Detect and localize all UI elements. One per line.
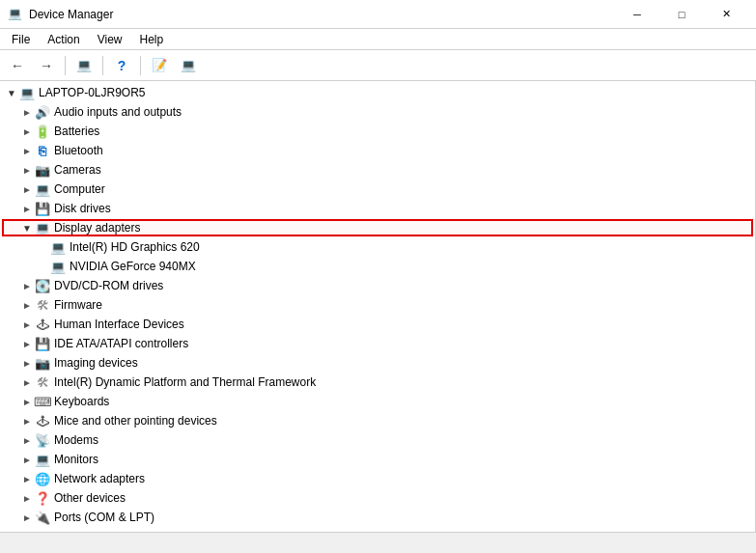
arrow-bluetooth: ►	[19, 143, 35, 158]
tree-item-firmware[interactable]: ► 🛠 Firmware	[0, 295, 755, 315]
label-cameras: Cameras	[54, 163, 101, 177]
arrow-ports: ►	[19, 510, 35, 525]
minimize-button[interactable]: ─	[615, 0, 659, 29]
disk-icon: 💾	[35, 201, 50, 216]
tree-item-bluetooth[interactable]: ► ⎘ Bluetooth	[0, 141, 755, 160]
arrow-network: ►	[19, 471, 35, 486]
label-monitors: Monitors	[54, 453, 98, 466]
arrow-imaging: ►	[19, 355, 35, 371]
tree-item-disk[interactable]: ► 💾 Disk drives	[0, 199, 755, 218]
computer-node-icon: 💻	[35, 181, 50, 197]
tree-item-dvd[interactable]: ► 💽 DVD/CD-ROM drives	[0, 276, 755, 295]
arrow-dvd: ►	[19, 278, 35, 293]
intel-hd-icon: 💻	[50, 239, 66, 255]
label-network: Network adapters	[54, 472, 145, 485]
cameras-icon: 📷	[35, 162, 50, 178]
tree-item-cameras[interactable]: ► 📷 Cameras	[0, 160, 755, 180]
toolbar-separator-3	[140, 56, 141, 75]
device-tree[interactable]: ▼ 💻 LAPTOP-0LJR9OR5 ► 🔊 Audio inputs and…	[0, 81, 756, 532]
arrow-modems: ►	[19, 432, 35, 448]
label-computer: Computer	[54, 182, 105, 196]
tree-item-ports[interactable]: ► 🔌 Ports (COM & LPT)	[0, 508, 755, 527]
label-batteries: Batteries	[54, 124, 99, 138]
modems-icon: 📡	[35, 432, 50, 448]
maximize-button[interactable]: □	[659, 0, 704, 29]
tree-item-network[interactable]: ► 🌐 Network adapters	[0, 469, 755, 488]
ports-icon: 🔌	[35, 510, 50, 525]
arrow-other: ►	[19, 490, 35, 506]
tree-item-other[interactable]: ► ❓ Other devices	[0, 488, 755, 508]
app-icon: 💻	[8, 7, 23, 22]
tree-item-audio[interactable]: ► 🔊 Audio inputs and outputs	[0, 102, 755, 122]
arrow-computer: ►	[19, 181, 35, 197]
label-dvd: DVD/CD-ROM drives	[54, 279, 163, 292]
root-arrow: ▼	[4, 85, 19, 100]
arrow-firmware: ►	[19, 297, 35, 313]
menu-action[interactable]: Action	[40, 31, 87, 48]
arrow-monitors: ►	[19, 452, 35, 467]
label-ide: IDE ATA/ATAPI controllers	[54, 337, 188, 350]
label-audio: Audio inputs and outputs	[54, 105, 182, 119]
monitor-button[interactable]: 💻	[175, 53, 202, 78]
network-icon: 🌐	[35, 471, 50, 486]
label-nvidia: NVIDIA GeForce 940MX	[70, 260, 196, 273]
tree-item-nvidia[interactable]: ► 💻 NVIDIA GeForce 940MX	[0, 257, 755, 276]
intel-platform-icon: 🛠	[35, 374, 50, 390]
label-ports: Ports (COM & LPT)	[54, 511, 154, 524]
tree-item-display[interactable]: ▼ 💻 Display adapters	[0, 218, 755, 237]
label-hid: Human Interface Devices	[54, 318, 184, 331]
display-icon: 💻	[35, 220, 50, 235]
arrow-hid: ►	[19, 317, 35, 332]
bluetooth-icon: ⎘	[35, 143, 50, 158]
dvd-icon: 💽	[35, 278, 50, 293]
monitors-icon: 💻	[35, 452, 50, 467]
computer-button[interactable]: 💻	[70, 53, 98, 78]
arrow-intel-platform: ►	[19, 374, 35, 390]
label-intel-platform: Intel(R) Dynamic Platform and Thermal Fr…	[54, 375, 316, 389]
tree-item-batteries[interactable]: ► 🔋 Batteries	[0, 122, 755, 141]
tree-item-ide[interactable]: ► 💾 IDE ATA/ATAPI controllers	[0, 334, 755, 353]
arrow-disk: ►	[19, 201, 35, 216]
label-mice: Mice and other pointing devices	[54, 414, 217, 428]
tree-item-computer[interactable]: ► 💻 Computer	[0, 180, 755, 199]
label-keyboards: Keyboards	[54, 395, 109, 408]
computer-icon: 💻	[19, 85, 35, 100]
menu-help[interactable]: Help	[132, 31, 172, 48]
properties-button[interactable]: 📝	[146, 53, 173, 78]
menu-view[interactable]: View	[90, 31, 130, 48]
label-bluetooth: Bluetooth	[54, 144, 103, 157]
tree-item-mice[interactable]: ► 🕹 Mice and other pointing devices	[0, 411, 755, 430]
tree-item-imaging[interactable]: ► 📷 Imaging devices	[0, 353, 755, 373]
arrow-cameras: ►	[19, 162, 35, 178]
forward-button[interactable]: →	[33, 53, 60, 78]
tree-item-intel-hd[interactable]: ► 💻 Intel(R) HD Graphics 620	[0, 237, 755, 257]
toolbar-separator-1	[65, 56, 66, 75]
tree-item-intel-platform[interactable]: ► 🛠 Intel(R) Dynamic Platform and Therma…	[0, 373, 755, 392]
back-button[interactable]: ←	[4, 53, 31, 78]
tree-item-modems[interactable]: ► 📡 Modems	[0, 430, 755, 450]
hid-icon: 🕹	[35, 317, 50, 332]
tree-item-monitors[interactable]: ► 💻 Monitors	[0, 450, 755, 469]
arrow-ide: ►	[19, 336, 35, 351]
toolbar: ← → 💻 ? 📝 💻	[0, 50, 756, 81]
arrow-audio: ►	[19, 104, 35, 120]
label-modems: Modems	[54, 433, 98, 447]
window-controls: ─ □ ✕	[615, 0, 748, 29]
label-imaging: Imaging devices	[54, 356, 138, 370]
menu-bar: File Action View Help	[0, 29, 756, 50]
arrow-batteries: ►	[19, 124, 35, 139]
tree-root[interactable]: ▼ 💻 LAPTOP-0LJR9OR5	[0, 83, 755, 102]
menu-file[interactable]: File	[4, 31, 38, 48]
tree-item-hid[interactable]: ► 🕹 Human Interface Devices	[0, 315, 755, 334]
arrow-display: ▼	[19, 220, 35, 235]
batteries-icon: 🔋	[35, 124, 50, 139]
label-other: Other devices	[54, 491, 126, 505]
mice-icon: 🕹	[35, 413, 50, 429]
root-label: LAPTOP-0LJR9OR5	[39, 86, 146, 99]
help-icon-button[interactable]: ?	[108, 53, 135, 78]
toolbar-separator-2	[102, 56, 103, 75]
main-area: ▼ 💻 LAPTOP-0LJR9OR5 ► 🔊 Audio inputs and…	[0, 81, 756, 532]
close-button[interactable]: ✕	[704, 0, 748, 29]
status-bar	[0, 532, 756, 553]
tree-item-keyboards[interactable]: ► ⌨ Keyboards	[0, 392, 755, 411]
